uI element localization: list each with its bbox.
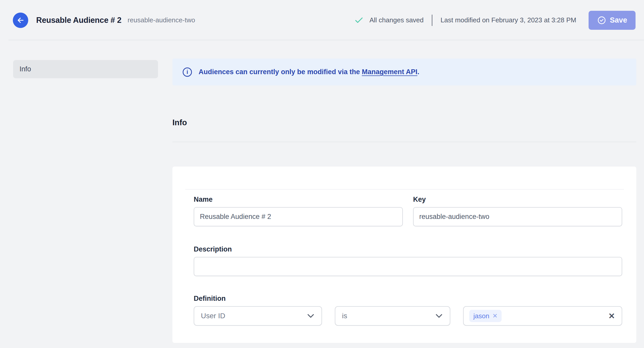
banner-text-before: Audiences can currently only be modified… xyxy=(199,68,362,76)
info-banner: i Audiences can currently only be modifi… xyxy=(172,59,636,85)
key-field: Key xyxy=(413,195,622,226)
page-title: Reusable Audience # 2 xyxy=(36,16,121,25)
name-field: Name xyxy=(194,195,403,226)
value-chip-label: jason xyxy=(473,312,489,320)
content: Info i Audiences can currently only be m… xyxy=(0,40,644,343)
clear-values-icon[interactable]: ✕ xyxy=(608,312,615,320)
success-check-icon xyxy=(355,17,363,24)
definition-row: Definition User ID is xyxy=(194,294,622,326)
check-circle-icon xyxy=(597,16,606,25)
sidebar-item-label: Info xyxy=(19,65,31,73)
definition-values-input[interactable]: jason ✕ ✕ xyxy=(463,306,622,326)
info-circle-icon: i xyxy=(183,67,192,77)
definition-operator-select[interactable]: is xyxy=(335,306,450,326)
banner-text-after: . xyxy=(417,68,419,76)
arrow-left-icon xyxy=(16,16,25,24)
description-input[interactable] xyxy=(194,257,622,276)
header-right: All changes saved Last modified on Febru… xyxy=(355,11,636,30)
description-row: Description xyxy=(194,245,622,276)
chevron-down-icon xyxy=(435,314,443,318)
back-button[interactable] xyxy=(13,13,28,28)
key-label: Key xyxy=(413,195,622,204)
definition-label: Definition xyxy=(194,294,622,303)
sidebar-item-info[interactable]: Info xyxy=(13,60,158,78)
definition-field: Definition User ID is xyxy=(194,294,622,326)
value-chip[interactable]: jason ✕ xyxy=(469,310,502,322)
sidebar: Info xyxy=(13,60,158,343)
main-panel: i Audiences can currently only be modifi… xyxy=(172,59,636,343)
section-heading: Info xyxy=(172,118,636,127)
header-vertical-divider xyxy=(432,15,432,26)
management-api-link[interactable]: Management API xyxy=(362,68,417,76)
description-field: Description xyxy=(194,245,622,276)
save-button[interactable]: Save xyxy=(589,11,636,30)
key-input[interactable] xyxy=(413,207,622,226)
name-key-row: Name Key xyxy=(194,167,622,226)
section-divider xyxy=(172,142,636,142)
name-input[interactable] xyxy=(194,207,403,226)
page-subtitle: reusable-audience-two xyxy=(128,16,195,24)
chevron-down-icon xyxy=(307,314,314,318)
last-modified: Last modified on February 3, 2023 at 3:2… xyxy=(441,16,576,24)
save-status: All changes saved xyxy=(369,16,424,24)
chip-remove-icon[interactable]: ✕ xyxy=(492,313,497,319)
name-label: Name xyxy=(194,195,403,204)
description-label: Description xyxy=(194,245,622,253)
definition-attribute-value: User ID xyxy=(201,312,225,320)
definition-controls: User ID is xyxy=(194,306,622,326)
card-top-divider xyxy=(185,189,624,190)
info-card: Name Key Description Definition xyxy=(172,167,636,343)
definition-operator-value: is xyxy=(342,312,347,320)
save-button-label: Save xyxy=(610,16,627,24)
banner-text: Audiences can currently only be modified… xyxy=(199,68,419,76)
definition-attribute-select[interactable]: User ID xyxy=(194,306,322,326)
header: Reusable Audience # 2 reusable-audience-… xyxy=(0,0,644,40)
